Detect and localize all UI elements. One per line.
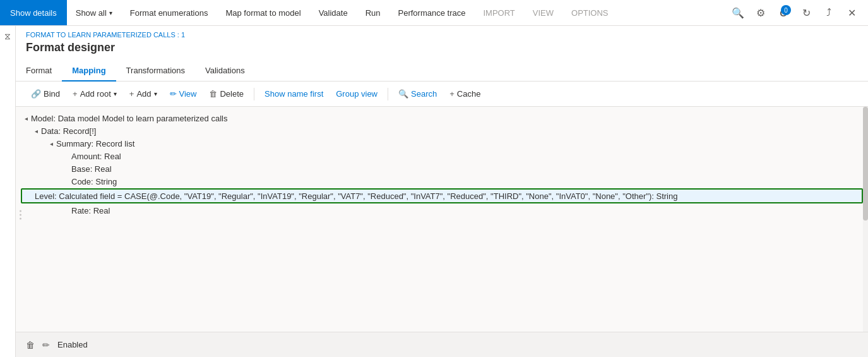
tree-code-node[interactable]: ▸ Code: String xyxy=(16,175,868,188)
topbar-performance-trace[interactable]: Performance trace xyxy=(389,0,475,25)
scrollbar-track[interactable] xyxy=(863,107,868,332)
drag-dot xyxy=(20,217,21,219)
tab-validations[interactable]: Validations xyxy=(195,61,255,82)
topbar-run[interactable]: Run xyxy=(357,0,389,25)
tree-level-label: Level: Calculated field = CASE(@.Code, "… xyxy=(35,191,859,201)
bind-label: Bind xyxy=(44,89,60,99)
toolbar: 🔗 Bind + Add root ▾ + Add ▾ ✏ View 🗑 Del… xyxy=(16,82,868,107)
topbar-format-enumerations[interactable]: Format enumerations xyxy=(121,0,217,25)
scrollbar-thumb[interactable] xyxy=(863,107,868,221)
delete-icon: 🗑 xyxy=(209,89,217,99)
topbar-options[interactable]: OPTIONS xyxy=(562,0,617,25)
content-header: FORMAT TO LEARN PARAMETERIZED CALLS : 1 … xyxy=(16,26,868,61)
search-icon[interactable]: 🔍 xyxy=(729,4,747,21)
tree-summary-label: Summary: Record list xyxy=(56,139,863,148)
tab-transformations[interactable]: Transformations xyxy=(116,61,195,82)
chevron-down-icon: ▾ xyxy=(109,9,112,16)
bind-icon: 🔗 xyxy=(31,89,41,99)
topbar-import[interactable]: IMPORT xyxy=(474,0,523,25)
tree-rate-node[interactable]: ▸ Rate: Real xyxy=(16,204,868,217)
topbar-right-actions: 🔍 ⚙ O 0 ↻ ⤴ ✕ xyxy=(722,4,868,21)
filter-icon[interactable]: ⧖ xyxy=(4,31,11,42)
drag-handle[interactable] xyxy=(18,207,23,222)
page-title: Format designer xyxy=(26,41,858,54)
topbar-view[interactable]: VIEW xyxy=(524,0,562,25)
tree-data-label: Data: Record[!] xyxy=(41,126,863,136)
tree-data-node[interactable]: ◂ Data: Record[!] xyxy=(16,124,868,137)
tree-code-label: Code: String xyxy=(71,177,863,186)
drag-dot xyxy=(20,214,21,215)
group-view-button[interactable]: Group view xyxy=(331,87,383,101)
search-btn-icon: 🔍 xyxy=(398,89,408,99)
tree-summary-node[interactable]: ◂ Summary: Record list xyxy=(16,137,868,150)
collapse-icon: ◂ xyxy=(21,113,31,123)
content-area: FORMAT TO LEARN PARAMETERIZED CALLS : 1 … xyxy=(16,26,868,357)
notification-badge: 0 xyxy=(781,5,791,15)
cache-plus-icon: + xyxy=(449,89,455,99)
refresh-icon[interactable]: ↻ xyxy=(797,4,815,21)
show-details-button[interactable]: Show details xyxy=(0,0,67,25)
tree-rate-label: Rate: Real xyxy=(71,206,863,215)
topbar-menu: Show all ▾ Format enumerations Map forma… xyxy=(67,0,722,25)
chevron-down2-icon: ▾ xyxy=(154,90,157,97)
plus2-icon: + xyxy=(129,89,134,99)
add-label: Add xyxy=(136,89,151,99)
group-view-label: Group view xyxy=(336,89,378,99)
plus-icon: + xyxy=(73,89,78,99)
topbar-validate[interactable]: Validate xyxy=(310,0,357,25)
enabled-status: Enabled xyxy=(57,340,88,349)
tree-base-label: Base: Real xyxy=(71,164,863,174)
cache-label: Cache xyxy=(457,89,481,99)
summary-collapse-icon: ◂ xyxy=(46,138,56,148)
left-sidebar-strip: ⧖ xyxy=(0,26,16,357)
delete-label: Delete xyxy=(220,89,244,99)
content-subtitle: FORMAT TO LEARN PARAMETERIZED CALLS : 1 xyxy=(26,31,858,39)
trash-icon[interactable]: 🗑 xyxy=(26,340,35,350)
topbar: Show details Show all ▾ Format enumerati… xyxy=(0,0,868,26)
separator1 xyxy=(254,88,254,100)
tab-format[interactable]: Format xyxy=(26,61,62,82)
settings-icon[interactable]: ⚙ xyxy=(752,4,770,21)
add-button[interactable]: + Add ▾ xyxy=(124,87,162,101)
pencil-icon[interactable]: ✏ xyxy=(42,340,50,350)
search-button[interactable]: 🔍 Search xyxy=(393,87,442,101)
tree-base-node[interactable]: ▸ Base: Real xyxy=(16,162,868,175)
topbar-show-all[interactable]: Show all ▾ xyxy=(67,0,121,25)
data-collapse-icon: ◂ xyxy=(31,126,41,136)
tree-root-node[interactable]: ◂ Model: Data model Model to learn param… xyxy=(16,112,868,124)
tab-mapping[interactable]: Mapping xyxy=(62,61,116,82)
drag-dot xyxy=(20,210,21,212)
office-icon[interactable]: O 0 xyxy=(775,4,792,21)
search-label: Search xyxy=(411,89,437,99)
view-button[interactable]: ✏ View xyxy=(165,87,202,101)
show-all-label: Show all xyxy=(76,8,107,18)
chevron-down-icon: ▾ xyxy=(114,90,117,97)
view-label: View xyxy=(179,89,197,99)
status-bar: 🗑 ✏ Enabled xyxy=(16,332,868,357)
view-icon: ✏ xyxy=(170,89,177,99)
show-name-first-button[interactable]: Show name first xyxy=(259,87,328,101)
add-root-button[interactable]: + Add root ▾ xyxy=(68,87,122,101)
topbar-map-format-to-model[interactable]: Map format to model xyxy=(217,0,309,25)
cache-button[interactable]: + Cache xyxy=(444,87,485,101)
show-name-first-label: Show name first xyxy=(265,89,323,99)
tree-amount-label: Amount: Real xyxy=(71,152,863,161)
tree-amount-node[interactable]: ▸ Amount: Real xyxy=(16,150,868,162)
tree-level-node[interactable]: ▸ Level: Calculated field = CASE(@.Code,… xyxy=(21,188,863,203)
separator2 xyxy=(388,88,388,100)
add-root-label: Add root xyxy=(80,89,111,99)
close-icon[interactable]: ✕ xyxy=(843,4,860,21)
delete-button[interactable]: 🗑 Delete xyxy=(204,87,249,101)
tabs-bar: Format Mapping Transformations Validatio… xyxy=(16,61,868,82)
share-icon[interactable]: ⤴ xyxy=(820,4,838,21)
tree-area: ◂ Model: Data model Model to learn param… xyxy=(16,107,868,332)
bind-button[interactable]: 🔗 Bind xyxy=(26,87,65,101)
tree-root-label: Model: Data model Model to learn paramet… xyxy=(31,114,863,123)
main-area: ⧖ FORMAT TO LEARN PARAMETERIZED CALLS : … xyxy=(0,26,868,357)
